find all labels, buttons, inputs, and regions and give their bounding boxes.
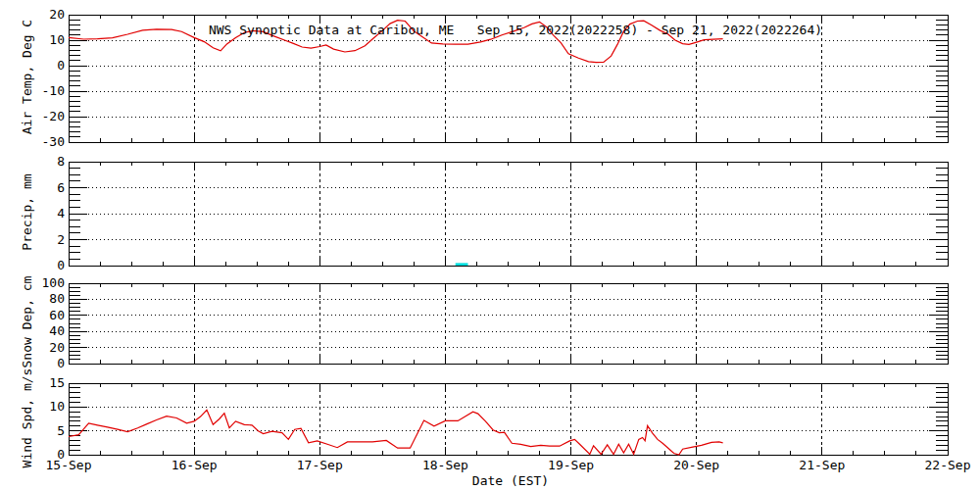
y-tick-label: -30: [18, 134, 65, 149]
x-tick-label: 22-Sep: [908, 458, 980, 472]
y-tick-label: 4: [18, 206, 65, 220]
x-tick-label: 20-Sep: [658, 458, 736, 472]
y-tick-label: 20: [18, 7, 65, 22]
panel-frame: [69, 283, 948, 364]
y-tick-label: -20: [18, 109, 65, 123]
y-tick-label: 2: [18, 232, 65, 247]
y-tick-label: 15: [18, 375, 65, 390]
precip-bar: [456, 263, 468, 266]
y-tick-label: 0: [18, 58, 65, 73]
x-tick-label: 18-Sep: [406, 458, 484, 472]
x-tick-label: 15-Sep: [29, 458, 108, 472]
panel-wind-speed: [69, 383, 948, 455]
y-tick-label: 0: [18, 356, 65, 370]
y-tick-label: 60: [18, 308, 65, 322]
y-tick-label: 6: [18, 180, 65, 195]
x-tick-label: 21-Sep: [783, 458, 861, 472]
y-tick-label: 0: [18, 258, 65, 272]
x-tick-label: 16-Sep: [155, 458, 233, 472]
x-tick-label: 17-Sep: [280, 458, 359, 472]
panel-frame: [69, 383, 948, 455]
synoptic-weather-figure: NWS Synoptic Data at Caribou, ME Sep 15,…: [0, 0, 980, 490]
y-tick-label: 40: [18, 323, 65, 338]
y-tick-label: 10: [18, 399, 65, 414]
panel-precip: [69, 162, 948, 266]
y-tick-label: 10: [18, 32, 65, 47]
y-tick-label: 80: [18, 291, 65, 306]
panel-snow-depth: [69, 283, 948, 364]
y-tick-label: 20: [18, 340, 65, 355]
x-tick-label: 19-Sep: [532, 458, 611, 472]
wind-speed-series-line: [69, 410, 723, 455]
y-tick-label: 8: [18, 154, 65, 169]
y-tick-label: -10: [18, 83, 65, 98]
y-tick-label: 5: [18, 423, 65, 438]
chart-title: NWS Synoptic Data at Caribou, ME Sep 15,…: [172, 23, 858, 37]
x-axis-title: Date (EST): [442, 473, 579, 488]
y-tick-label: 100: [18, 275, 65, 290]
y-axis-title-air-temp: Air Temp, Deg C: [20, 9, 34, 146]
plot-canvas: [0, 0, 980, 490]
